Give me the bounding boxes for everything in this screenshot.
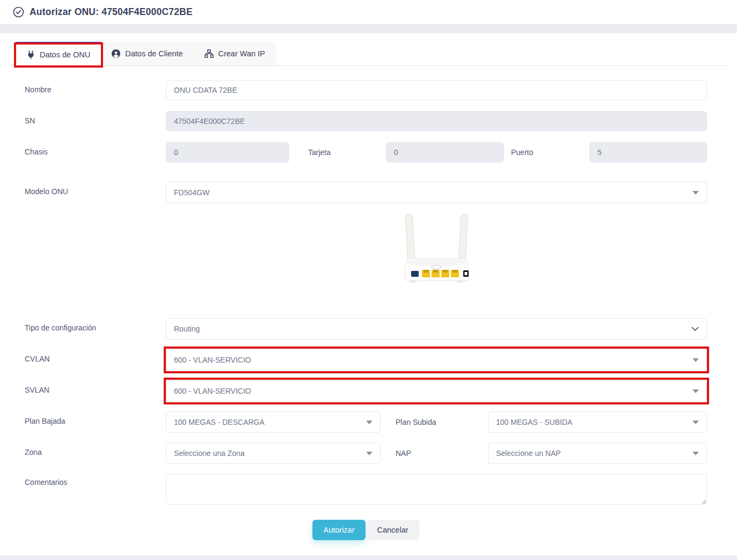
caret-down-icon [692,421,699,424]
onu-form: Nombre SN Chasis Tarjeta Puerto [0,66,737,540]
caret-down-icon [692,191,699,195]
zona-label: Zona [25,443,166,456]
tab-label: Datos de ONU [40,50,90,59]
sn-label: SN [25,111,166,125]
tipo-configuracion-select[interactable]: Routing [166,318,707,340]
plan-subida-label: Plan Subida [381,418,488,426]
modelo-onu-label: Modelo ONU [25,182,166,196]
modelo-onu-value: FD504GW [174,188,209,197]
modelo-onu-dropdown[interactable]: FD504GW [166,182,707,203]
nap-dropdown[interactable]: Seleccione un NAP [488,443,707,464]
svlan-value: 600 - VLAN-SERVICIO [174,387,251,395]
tipo-configuracion-value: Routing [174,325,200,333]
check-circle-icon [13,6,24,18]
nap-placeholder: Seleccione un NAP [496,449,561,458]
tarjeta-input [386,142,504,163]
plan-bajada-value: 100 MEGAS - DESCARGA [174,418,265,426]
tab-label: Datos de Cliente [125,49,183,58]
svlan-dropdown[interactable]: 600 - VLAN-SERVICIO [166,380,707,402]
cancelar-button[interactable]: Cancelar [367,520,419,540]
tarjeta-label: Tarjeta [289,148,386,157]
cvlan-dropdown[interactable]: 600 - VLAN-SERVICIO [166,349,707,371]
chasis-input [166,142,289,163]
cvlan-value: 600 - VLAN-SERVICIO [174,356,251,364]
puerto-input [589,142,707,163]
plan-bajada-label: Plan Bajada [25,411,166,425]
user-icon [112,49,120,58]
tab-bar: Datos de ONU Datos de Cliente [16,33,728,66]
zona-dropdown[interactable]: Seleccione una Zona [166,443,381,464]
puerto-label: Puerto [504,148,589,157]
caret-down-icon [366,452,373,455]
sitemap-icon [205,49,214,58]
tab-datos-de-onu[interactable]: Datos de ONU [16,42,101,65]
authorize-onu-card: Datos de ONU Datos de Cliente [0,33,737,555]
caret-down-icon [692,452,699,455]
page-root: Autorizar ONU: 47504F4E000C72BE Datos de… [0,0,737,555]
cvlan-label: CVLAN [25,349,166,363]
tipo-configuracion-label: Tipo de configuración [25,318,166,332]
onu-router-photo [390,213,484,288]
caret-down-icon [692,358,699,362]
chevron-down-icon [691,327,699,331]
caret-down-icon [692,389,699,393]
svlan-label: SVLAN [25,380,166,394]
plan-subida-value: 100 MEGAS - SUBIDA [496,418,572,426]
page-title: Autorizar ONU: 47504F4E000C72BE [30,6,193,18]
tab-datos-de-cliente[interactable]: Datos de Cliente [101,42,193,65]
comentarios-textarea[interactable] [166,474,707,505]
plan-subida-dropdown[interactable]: 100 MEGAS - SUBIDA [488,411,707,433]
nombre-label: Nombre [25,80,166,94]
nombre-input[interactable] [166,80,707,100]
autorizar-button[interactable]: Autorizar [312,520,365,540]
tab-crear-wan-ip[interactable]: Crear Wan IP [194,42,276,65]
zona-placeholder: Seleccione una Zona [174,449,245,458]
titlebar: Autorizar ONU: 47504F4E000C72BE [0,0,737,24]
sn-input [166,111,707,131]
tab-label: Crear Wan IP [218,49,265,58]
nap-label: NAP [381,449,488,458]
plan-bajada-dropdown[interactable]: 100 MEGAS - DESCARGA [166,411,381,433]
caret-down-icon [366,421,373,424]
plug-icon [27,50,35,59]
comentarios-label: Comentarios [25,474,166,487]
chasis-label: Chasis [25,142,166,156]
